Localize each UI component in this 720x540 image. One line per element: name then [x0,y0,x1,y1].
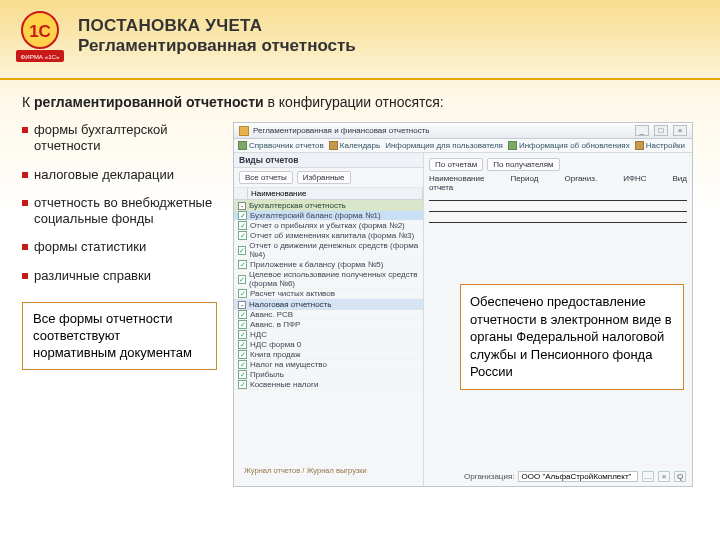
callout-compliance: Все формы отчетности соответствуют норма… [22,302,217,371]
refresh-icon [508,141,517,150]
checkbox[interactable]: ✓ [238,310,247,319]
checkbox[interactable]: ✓ [238,275,246,284]
list-header: Наименование [234,188,423,200]
checkbox[interactable]: ✓ [238,231,247,240]
list-item: отчетность во внебюджетные социальные фо… [22,195,217,228]
checkbox[interactable]: ✓ [238,289,247,298]
checkbox[interactable]: ✓ [238,380,247,389]
filter-all[interactable]: Все отчеты [239,171,293,184]
toolbar: Справочник отчетов Календарь Информация … [234,139,692,153]
lookup-button[interactable]: … [642,471,654,482]
maximize-button[interactable]: □ [654,125,668,136]
group-tax[interactable]: -Налоговая отчетность [234,299,423,310]
list-item[interactable]: ✓Косвенные налоги [234,380,423,390]
gear-icon [635,141,644,150]
list-item[interactable]: ✓Отчет об изменениях капитала (форма №3) [234,231,423,241]
checkbox[interactable]: ✓ [238,360,247,369]
list-item[interactable]: ✓Отчет о движении денежных средств (форм… [234,241,423,260]
book-icon [238,141,247,150]
clear-button[interactable]: × [658,471,670,482]
list-item: различные справки [22,268,217,284]
search-button[interactable]: Q [674,471,686,482]
toolbar-refs[interactable]: Справочник отчетов [238,141,324,150]
list-item: формы бухгалтерской отчетности [22,122,217,155]
toolbar-settings[interactable]: Настройки [635,141,685,150]
calendar-icon [329,141,338,150]
list-item[interactable]: ✓Прибыль [234,370,423,380]
page-subtitle: Регламентированная отчетность [78,36,356,56]
section-title: Виды отчетов [234,153,423,168]
svg-text:ФИРМА «1С»: ФИРМА «1С» [20,53,60,60]
list-item[interactable]: ✓Аванс. РСВ [234,310,423,320]
list-item[interactable]: ✓Аванс. в ПФР [234,320,423,330]
page-title: ПОСТАНОВКА УЧЕТА [78,16,356,36]
checkbox[interactable]: ✓ [238,221,247,230]
toolbar-updates[interactable]: Информация об обновлениях [508,141,630,150]
checkbox[interactable]: ✓ [238,320,247,329]
close-button[interactable]: × [673,125,687,136]
group-accounting[interactable]: -Бухгалтерская отчетность [234,200,423,211]
intro-text: К регламентированной отчетности в конфиг… [22,94,698,110]
toolbar-info[interactable]: Информация для пользователя [385,141,503,150]
collapse-icon[interactable]: - [238,202,246,210]
list-item[interactable]: ✓Расчет чистых активов [234,289,423,299]
header-text: ПОСТАНОВКА УЧЕТА Регламентированная отче… [78,16,356,56]
checkbox[interactable]: ✓ [238,370,247,379]
list-item[interactable]: ✓НДС [234,330,423,340]
checkbox[interactable]: ✓ [238,330,247,339]
bullet-list: формы бухгалтерской отчетности налоговые… [22,122,217,284]
window-title: Регламентированная и финансовая отчетнос… [253,126,630,135]
slide-header: 1С ФИРМА «1С» ПОСТАНОВКА УЧЕТА Регламент… [0,0,720,80]
minimize-button[interactable]: _ [635,125,649,136]
list-item: формы статистики [22,239,217,255]
checkbox[interactable]: ✓ [238,211,247,220]
filter-fav[interactable]: Избранные [297,171,351,184]
org-input[interactable] [518,471,638,482]
list-item[interactable]: ✓Целевое использование полученных средст… [234,270,423,289]
reports-panel: Виды отчетов Все отчеты Избранные Наимен… [234,153,424,486]
grid-header: Наименование отчетаПериодОрганиз.ИФНСВид [429,173,687,193]
toolbar-calendar[interactable]: Календарь [329,141,380,150]
window-titlebar: Регламентированная и финансовая отчетнос… [234,123,692,139]
list-item[interactable]: ✓Отчет о прибылях и убытках (форма №2) [234,221,423,231]
btn-period[interactable]: По отчетам [429,158,483,171]
list-item[interactable]: ✓НДС форма 0 [234,340,423,350]
1c-logo: 1С ФИРМА «1С» [12,8,68,64]
checkbox[interactable]: ✓ [238,246,246,255]
list-item[interactable]: ✓Книга продаж [234,350,423,360]
checkbox[interactable]: ✓ [238,340,247,349]
app-icon [239,126,249,136]
list-item[interactable]: ✓Налог на имущество [234,360,423,370]
org-row: Организация: … × Q [464,471,686,482]
list-item[interactable]: ✓Приложение к балансу (форма №5) [234,260,423,270]
footer-note: Журнал отчетов / Журнал выгрузки [244,466,367,475]
list-item[interactable]: ✓Бухгалтерский баланс (форма №1) [234,211,423,221]
collapse-icon[interactable]: - [238,301,246,309]
btn-recipients[interactable]: По получателям [487,158,559,171]
callout-electronic: Обеспечено предоставление отчетности в э… [460,284,684,390]
checkbox[interactable]: ✓ [238,260,247,269]
left-column: формы бухгалтерской отчетности налоговые… [22,122,217,487]
checkbox[interactable]: ✓ [238,350,247,359]
svg-text:1С: 1С [29,22,51,41]
list-item: налоговые декларации [22,167,217,183]
filter-row: Все отчеты Избранные [234,168,423,188]
